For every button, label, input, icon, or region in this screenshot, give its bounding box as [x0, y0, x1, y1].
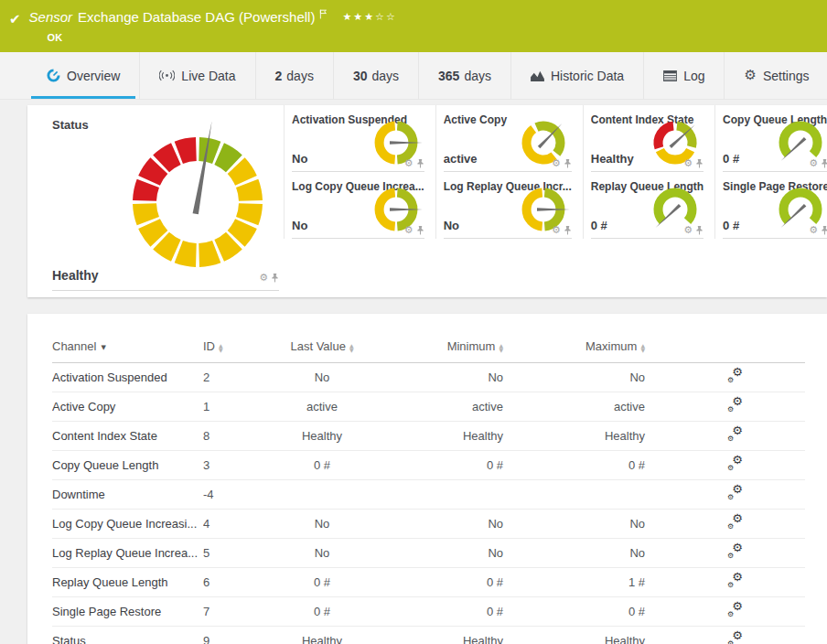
gauge-pin-icon[interactable]	[564, 225, 572, 235]
star-empty-icon[interactable]: ☆	[375, 11, 386, 22]
channel-minimum: active	[368, 392, 514, 422]
column-header-maximum[interactable]: Maximum▲▼	[514, 334, 656, 363]
channel-minimum: No	[368, 539, 514, 568]
gauge-pin-icon[interactable]	[695, 158, 703, 168]
channel-name[interactable]: Content Index State	[52, 422, 203, 451]
mini-gauge-value: 0 #	[591, 219, 607, 232]
table-row: Status9HealthyHealthyHealthy⚙⚙	[52, 627, 805, 644]
gauge-pin-icon[interactable]	[564, 158, 572, 168]
log-icon	[663, 70, 677, 81]
channel-settings-cell: ⚙⚙	[656, 392, 805, 422]
tab-live-data[interactable]: Live Data	[139, 52, 254, 99]
sensor-header: ✔ Sensor Exchange Database DAG (Powershe…	[0, 0, 827, 52]
tab-365-days[interactable]: 365days	[418, 52, 510, 99]
channel-id: 1	[203, 392, 276, 422]
table-row: Single Page Restore70 #0 #0 #⚙⚙	[52, 597, 805, 627]
gauge-pin-icon[interactable]	[821, 225, 827, 235]
star-filled-icon[interactable]: ★	[353, 11, 364, 22]
channel-minimum: Healthy	[368, 422, 514, 451]
channel-maximum: 0 #	[514, 597, 656, 627]
channel-id: -4	[203, 480, 276, 510]
channel-name[interactable]: Active Copy	[52, 392, 203, 422]
channel-settings-icon[interactable]: ⚙⚙	[727, 574, 744, 588]
column-header-minimum[interactable]: Minimum▲▼	[368, 334, 514, 363]
mini-gauge-cell: Active Copyactive⚙	[435, 105, 583, 172]
mini-gauge-value: Healthy	[591, 152, 634, 166]
channel-id: 2	[203, 363, 276, 392]
channel-settings-icon[interactable]: ⚙⚙	[727, 632, 744, 644]
channel-name[interactable]: Log Copy Queue Increasi...	[52, 510, 203, 539]
tab-bar: OverviewLive Data2days30days365daysHisto…	[0, 52, 827, 100]
gauge-settings-gear-icon[interactable]: ⚙	[809, 225, 818, 235]
sort-icon: ▲▼	[499, 343, 503, 352]
channel-settings-cell: ⚙⚙	[656, 568, 805, 597]
gauge-pin-icon[interactable]	[271, 273, 279, 283]
channel-name[interactable]: Copy Queue Length	[52, 451, 203, 480]
star-filled-icon[interactable]: ★	[342, 11, 353, 22]
gauge-settings-gear-icon[interactable]: ⚙	[552, 158, 561, 168]
gauge-settings-gear-icon[interactable]: ⚙	[809, 158, 818, 168]
table-header-row: Channel▼ID▲▼Last Value▲▼Minimum▲▼Maximum…	[52, 334, 805, 363]
mini-gauge-value: No	[444, 219, 459, 232]
gauge-settings-gear-icon[interactable]: ⚙	[683, 158, 693, 168]
tab-historic-data[interactable]: Historic Data	[510, 52, 643, 99]
channel-name[interactable]: Status	[52, 627, 203, 644]
tab-settings[interactable]: ⚙Settings	[724, 52, 827, 99]
status-gauge	[108, 113, 287, 292]
channel-last-value: 0 #	[276, 597, 368, 627]
tab-30-days[interactable]: 30days	[333, 52, 418, 99]
gauge-pin-icon[interactable]	[695, 225, 703, 235]
channel-maximum: 0 #	[514, 451, 656, 480]
channel-settings-icon[interactable]: ⚙⚙	[727, 369, 744, 383]
gauge-settings-gear-icon[interactable]: ⚙	[683, 225, 693, 235]
channel-settings-cell: ⚙⚙	[656, 422, 805, 451]
channel-name[interactable]: Replay Queue Length	[52, 568, 203, 597]
priority-flag-icon[interactable]	[319, 5, 328, 23]
gauge-pin-icon[interactable]	[416, 225, 424, 235]
channel-minimum: 0 #	[368, 451, 514, 480]
gauge-settings-gear-icon[interactable]: ⚙	[552, 225, 561, 235]
channel-name[interactable]: Activation Suspended	[52, 363, 203, 392]
tab-label: Overview	[67, 69, 120, 83]
gauge-pin-icon[interactable]	[821, 158, 827, 168]
channel-maximum: Healthy	[514, 627, 656, 644]
priority-stars[interactable]: ★★★☆☆	[342, 8, 396, 26]
page-title: Exchange Database DAG (Powershell)	[78, 8, 315, 26]
sort-desc-icon: ▼	[101, 344, 105, 351]
channel-settings-icon[interactable]: ⚙⚙	[727, 427, 744, 442]
channel-name[interactable]: Downtime	[52, 480, 203, 510]
gauge-settings-gear-icon[interactable]: ⚙	[404, 158, 414, 168]
channel-maximum: 1 #	[514, 568, 656, 597]
column-header-channel[interactable]: Channel▼	[52, 334, 203, 363]
channel-settings-icon[interactable]: ⚙⚙	[727, 515, 744, 530]
status-gauge-title: Status	[52, 118, 89, 132]
channel-settings-icon[interactable]: ⚙⚙	[727, 603, 744, 617]
mini-gauge-cell: Single Page Restore0 #⚙	[714, 172, 827, 239]
gauge-settings-gear-icon[interactable]: ⚙	[259, 273, 268, 283]
tab-log[interactable]: Log	[643, 52, 724, 99]
tab-2-days[interactable]: 2days	[255, 52, 333, 99]
channel-settings-icon[interactable]: ⚙⚙	[727, 544, 744, 559]
channel-minimum: 0 #	[368, 597, 514, 627]
column-header-id[interactable]: ID▲▼	[203, 334, 276, 363]
channel-name[interactable]: Single Page Restore	[52, 597, 203, 627]
channel-maximum: Healthy	[514, 422, 656, 451]
gauge-settings-gear-icon[interactable]: ⚙	[404, 225, 414, 235]
status-gauge-value: Healthy	[52, 268, 99, 283]
channel-last-value: No	[276, 510, 368, 539]
star-filled-icon[interactable]: ★	[364, 11, 375, 22]
column-header-last-value[interactable]: Last Value▲▼	[276, 334, 368, 363]
channel-settings-icon[interactable]: ⚙⚙	[727, 398, 744, 413]
channel-settings-cell: ⚙⚙	[656, 597, 805, 627]
mini-gauge-cell: Activation SuspendedNo⚙	[284, 105, 435, 172]
channel-settings-icon[interactable]: ⚙⚙	[727, 486, 744, 500]
channel-settings-icon[interactable]: ⚙⚙	[727, 456, 744, 471]
channel-settings-cell: ⚙⚙	[656, 627, 805, 644]
gauge-pin-icon[interactable]	[416, 158, 424, 168]
channel-name[interactable]: Log Replay Queue Increa...	[52, 539, 203, 568]
star-empty-icon[interactable]: ☆	[386, 11, 397, 22]
channel-last-value: No	[276, 363, 368, 392]
tab-overview[interactable]: Overview	[27, 52, 139, 99]
mini-gauge-cell: Copy Queue Length0 #⚙	[714, 105, 827, 172]
channel-id: 5	[203, 539, 276, 568]
